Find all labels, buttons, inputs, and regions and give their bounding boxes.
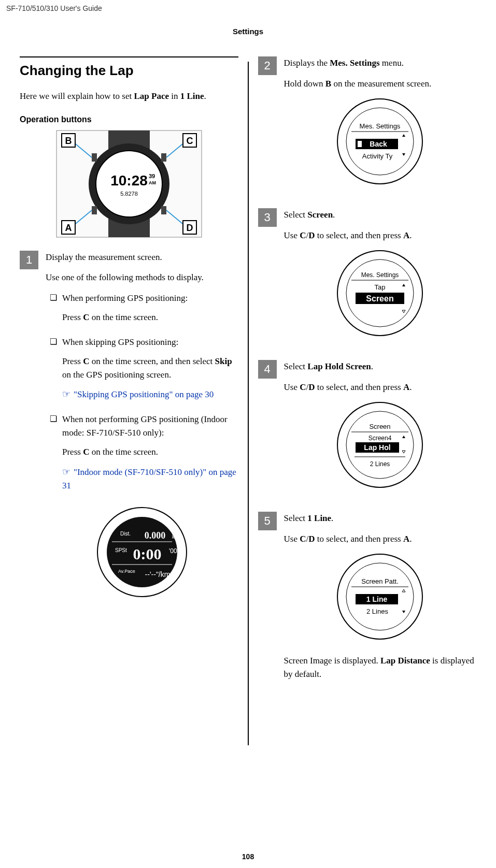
btn-label-d: D [186,223,193,233]
value-dist: 0.000 [145,530,166,541]
text: on the time screen. [89,312,158,322]
text: . [409,382,412,392]
watch-sec: 39 [149,173,155,179]
text-bold: 1 Line [307,513,331,523]
screen-line: 2 Lines [366,607,388,615]
text-bold: D [308,382,315,392]
text: Press C on the time screen. [62,311,238,324]
label-dist: Dist. [120,531,131,537]
text: on the time screen, and then select [89,356,215,366]
page-heading: Changing the Lap [20,56,238,79]
bullet: ❏ When skipping GPS positioning: Press C… [50,336,238,408]
text: to select, and then press [315,230,403,240]
text-bold: Screen [307,210,333,220]
watch-diagram: 10:28 39 AM 5.8278 B A C D [36,129,222,238]
text: . [204,91,206,101]
text-bold: C [300,230,306,240]
screen-title: Mes. Settings [361,271,399,279]
text-bold: D [308,230,315,240]
text-bold: C [83,356,89,366]
text-bold: C [83,447,89,457]
left-column: Changing the Lap Here we will explain ho… [10,56,248,745]
screen-title: Mes. Settings [360,122,401,130]
right-column: 2 Displays the Mes. Settings menu. Hold … [249,56,486,745]
measurement-screen-figure: Dist. 0.000 km SPSt 0:00 '00" Av.Pace --… [95,505,189,599]
one-line-screen: Screen Patt. 1 Line 2 Lines [336,553,424,641]
step-2-body: Displays the Mes. Settings menu. Hold do… [284,56,477,199]
screen-line: Screen4 [369,435,392,442]
content: Changing the Lap Here we will explain ho… [0,56,496,745]
btn-label-c: C [186,136,193,146]
bullet-mark-icon: ❏ [50,413,62,498]
watch-date: 5.8278 [120,191,138,197]
text: Here we will explain how to set [20,91,134,101]
screen-title: Screen Patt. [361,577,399,585]
text: Select [284,513,308,523]
text: Press C on the time screen, and then sel… [62,355,238,381]
text: Hold down [284,79,325,89]
text: Select [284,361,308,371]
text: Use [284,382,300,392]
text: Press [62,356,83,366]
btn-label-b: B [65,136,72,146]
value-time: 0:00 [133,545,161,562]
svg-rect-7 [161,206,166,214]
text-bold: D [308,534,315,544]
text: Displays the [284,58,330,68]
text: Use C/D to select, and then press A. [284,229,477,242]
text-bold: 1 Line [180,91,204,101]
btn-label-a: A [65,223,72,233]
text-bold: A [403,534,409,544]
text-bold: Lap Distance [380,656,430,666]
text: When performing GPS positioning: [62,292,238,305]
text: Use C/D to select, and then press A. [284,532,477,546]
bullet-mark-icon: ❏ [50,292,62,330]
text: on the measurement screen. [331,79,431,89]
text-bold: C [83,312,89,322]
section-title: Settings [0,27,496,36]
screen-select-screen: Mes. Settings Tap Screen [336,249,424,337]
svg-rect-24 [358,141,362,147]
text-bold: A [403,382,409,392]
cross-ref-link[interactable]: "Skipping GPS positioning" on page 30 [62,387,238,401]
text: Screen Image is displayed. [284,656,380,666]
text: on the GPS positioning screen. [62,370,171,380]
text: Select Lap Hold Screen. [284,360,477,373]
bullet: ❏ When not performing GPS positioning (I… [50,413,238,498]
text: Use C/D to select, and then press A. [284,381,477,394]
step-number-1: 1 [20,251,38,269]
text: Press [62,447,83,457]
text: . [409,534,412,544]
bullet-body: When skipping GPS positioning: Press C o… [62,336,238,408]
doc-header: SF-710/510/310 User's Guide [0,0,496,17]
unit-km: km [172,534,178,540]
mes-settings-screen: Mes. Settings Back Activity Ty [336,97,424,185]
step-3: 3 Select Screen. Use C/D to select, and … [258,208,477,351]
bullet: ❏ When performing GPS positioning: Press… [50,292,238,330]
text: Use one of the following methods to disp… [46,271,238,284]
text: to select, and then press [315,534,403,544]
step-1-body: Display the measurement screen. Use one … [46,251,238,613]
text: Select Screen. [284,208,477,222]
cross-ref-link[interactable]: "Indoor mode (SF-710/SF-510 only)" on pa… [62,465,238,493]
text: on the time screen. [89,447,158,457]
text: When skipping GPS positioning: [62,336,238,349]
svg-rect-5 [92,206,97,214]
text-bold: Mes. Settings [330,58,379,68]
screen-line: Tap [375,283,386,291]
bullet-body: When performing GPS positioning: Press C… [62,292,238,330]
text: Use [284,230,300,240]
svg-rect-4 [92,153,97,162]
svg-rect-6 [161,153,166,162]
text: . [333,210,335,220]
intro-text: Here we will explain how to set Lap Pace… [20,90,238,103]
text: Select [284,210,308,220]
step-3-body: Select Screen. Use C/D to select, and th… [284,208,477,351]
screen-line: Activity Ty [362,152,393,160]
text-bold: Skip [215,356,232,366]
bullet-body: When not performing GPS positioning (Ind… [62,413,238,498]
text: Displays the Mes. Settings menu. [284,56,477,70]
step-number-3: 3 [258,208,277,227]
text: Display the measurement screen. [46,251,238,264]
text: in [169,91,180,101]
